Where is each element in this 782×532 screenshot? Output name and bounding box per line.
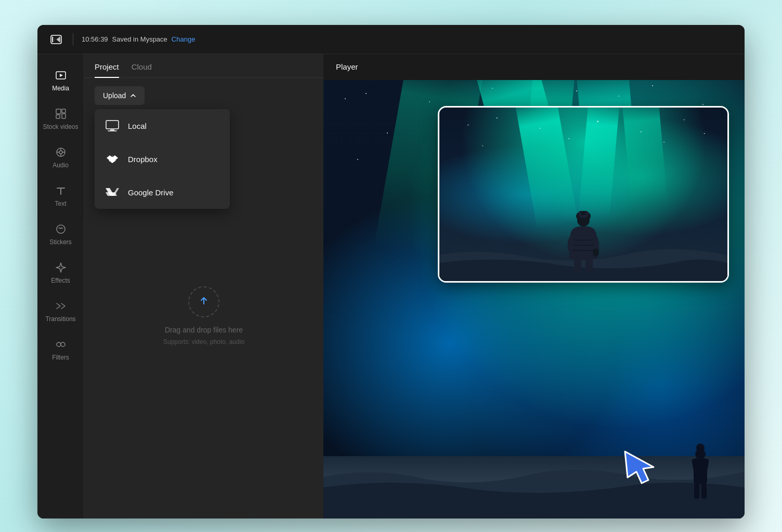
- sidebar-item-stickers[interactable]: Stickers: [40, 216, 82, 252]
- sidebar-item-audio-label: Audio: [53, 162, 69, 169]
- background-figure: [687, 444, 713, 503]
- media-icon: [55, 69, 67, 82]
- sidebar-item-stickers-label: Stickers: [49, 238, 72, 246]
- sidebar-item-media[interactable]: Media: [40, 62, 82, 99]
- title-info: 10:56:39 Saved in Myspace Change: [82, 35, 195, 43]
- card-person-silhouette: [563, 211, 604, 273]
- player-area: Player: [323, 54, 745, 518]
- dropdown-item-local-label: Local: [128, 122, 147, 130]
- app-window: 10:56:39 Saved in Myspace Change Media: [37, 25, 745, 518]
- svg-point-28: [684, 119, 685, 120]
- svg-rect-36: [585, 258, 593, 272]
- sidebar: Media Stock videos: [37, 54, 84, 518]
- svg-point-32: [663, 142, 664, 143]
- filters-icon: [55, 338, 67, 351]
- svg-point-12: [61, 342, 65, 347]
- svg-rect-20: [701, 483, 707, 499]
- title-time: 10:56:39: [82, 35, 108, 43]
- tab-project[interactable]: Project: [95, 62, 119, 77]
- upload-section: Upload: [84, 78, 323, 113]
- svg-rect-4: [56, 109, 61, 114]
- floating-media-card: [438, 106, 729, 283]
- svg-point-31: [568, 138, 569, 139]
- upload-dropdown: Local Dropbox: [95, 109, 230, 209]
- panel-tabs: Project Cloud: [84, 54, 323, 78]
- sidebar-item-audio[interactable]: Audio: [40, 139, 82, 176]
- stickers-icon: [55, 223, 67, 235]
- svg-point-9: [59, 151, 62, 154]
- google-drive-icon: [105, 185, 120, 200]
- app-logo: [48, 31, 64, 48]
- dropdown-item-dropbox-label: Dropbox: [128, 155, 158, 164]
- svg-point-27: [641, 131, 642, 132]
- title-save-status: Saved in Myspace: [112, 35, 167, 43]
- main-content: Media Stock videos: [37, 54, 745, 518]
- sidebar-item-filters-label: Filters: [52, 354, 69, 361]
- svg-point-29: [704, 133, 705, 134]
- svg-rect-13: [106, 121, 119, 129]
- svg-rect-19: [694, 483, 699, 499]
- sidebar-item-transitions[interactable]: Transitions: [40, 293, 82, 329]
- svg-point-39: [581, 211, 586, 215]
- sidebar-item-filters[interactable]: Filters: [40, 331, 82, 368]
- media-panel: Project Cloud Upload: [84, 54, 323, 518]
- snow-ground: [323, 456, 745, 518]
- drop-zone-text: Drag and drop files here: [165, 326, 243, 334]
- floating-card-content: [439, 108, 727, 281]
- svg-point-22: [696, 444, 705, 452]
- sidebar-item-media-label: Media: [52, 85, 69, 92]
- svg-point-11: [57, 342, 61, 347]
- svg-point-26: [597, 121, 598, 122]
- sidebar-item-effects-label: Effects: [51, 277, 70, 284]
- dropdown-item-dropbox[interactable]: Dropbox: [95, 142, 230, 176]
- svg-rect-5: [62, 109, 66, 113]
- sidebar-item-text[interactable]: Text: [40, 178, 82, 214]
- svg-point-25: [540, 128, 541, 129]
- upload-button[interactable]: Upload: [95, 86, 145, 105]
- audio-icon: [55, 146, 67, 158]
- tab-cloud[interactable]: Cloud: [132, 62, 152, 77]
- chevron-up-icon: [130, 92, 136, 99]
- effects-icon: [55, 261, 67, 274]
- sidebar-item-stock-videos[interactable]: Stock videos: [40, 101, 82, 137]
- svg-rect-35: [574, 258, 581, 272]
- svg-rect-6: [56, 115, 60, 118]
- dropbox-icon: [105, 152, 120, 166]
- dropdown-item-local[interactable]: Local: [95, 109, 230, 142]
- drop-zone-subtext: Supports: video, photo, audio: [163, 338, 244, 345]
- stock-videos-icon: [55, 108, 67, 120]
- title-bar: 10:56:39 Saved in Myspace Change: [37, 25, 745, 54]
- dropdown-item-google-drive[interactable]: Google Drive: [95, 176, 230, 209]
- monitor-icon: [105, 118, 120, 133]
- svg-rect-7: [62, 114, 66, 118]
- upload-area-icon: [188, 286, 219, 317]
- svg-marker-3: [60, 74, 63, 77]
- svg-point-24: [497, 117, 498, 118]
- sidebar-item-effects[interactable]: Effects: [40, 255, 82, 291]
- upload-button-label: Upload: [103, 91, 126, 100]
- player-header: Player: [323, 54, 745, 79]
- cursor-arrow: [620, 444, 661, 487]
- sidebar-item-stock-videos-label: Stock videos: [43, 123, 78, 130]
- svg-point-30: [482, 145, 483, 146]
- transitions-icon: [55, 300, 67, 312]
- svg-point-34: [593, 248, 599, 257]
- title-divider: [73, 33, 73, 46]
- sidebar-item-text-label: Text: [55, 200, 66, 207]
- svg-point-23: [467, 124, 468, 125]
- dropdown-item-google-drive-label: Google Drive: [128, 188, 174, 197]
- sidebar-item-transitions-label: Transitions: [45, 315, 75, 323]
- text-icon: [55, 184, 67, 197]
- title-change-link[interactable]: Change: [172, 35, 196, 43]
